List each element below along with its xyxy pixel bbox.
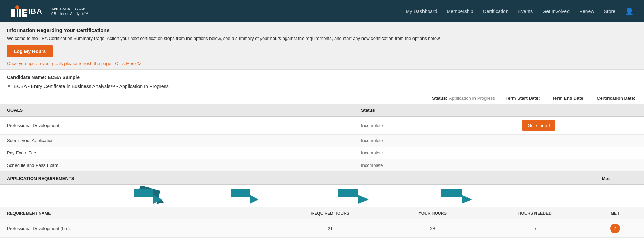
info-section: Information Regarding Your Certification… bbox=[0, 22, 644, 70]
met-label: Met bbox=[602, 176, 610, 181]
svg-rect-1 bbox=[11, 9, 13, 17]
col-action bbox=[515, 104, 644, 117]
req-col-required: REQUIRED HOURS bbox=[279, 207, 381, 219]
user-icon-item[interactable]: 👤 bbox=[625, 7, 634, 15]
term-end-label: Term End Date: bbox=[552, 96, 585, 101]
table-row: Pay Exam FeeIncomplete bbox=[0, 147, 644, 159]
col-goals: GOALS bbox=[0, 104, 354, 117]
arrow-2-icon bbox=[231, 186, 262, 205]
status-bar: Status: Application In Progress Term Sta… bbox=[0, 93, 644, 104]
app-req-header: APPLICATION REQUIREMENTS Met bbox=[0, 172, 644, 185]
req-required-cell: 21 bbox=[279, 222, 381, 235]
req-header-row: REQUIREMENT NAME REQUIRED HOURS YOUR HOU… bbox=[0, 207, 644, 219]
req-data-container: Professional Development (hrs):2128-7✓ bbox=[0, 219, 644, 238]
goal-name: Professional Development bbox=[0, 117, 354, 135]
nav-item-get-involved[interactable]: Get Involved bbox=[542, 9, 570, 14]
goal-action bbox=[515, 147, 644, 159]
goal-name: Schedule and Pass Exam bbox=[0, 159, 354, 172]
goal-name: Submit your Application bbox=[0, 135, 354, 147]
term-end-item: Term End Date: bbox=[552, 96, 586, 101]
logo-tagline: International Institute of Business Anal… bbox=[46, 6, 88, 17]
cert-date-label: Certification Date: bbox=[597, 96, 635, 101]
arrow-3-icon bbox=[338, 186, 372, 205]
req-col-yours: YOUR HOURS bbox=[381, 207, 484, 219]
nav-item-certification[interactable]: Certification bbox=[483, 9, 509, 14]
log-hours-button[interactable]: Log My Hours bbox=[7, 45, 53, 57]
goal-status: Incomplete bbox=[354, 147, 515, 159]
cert-row: ▼ ECBA - Entry Certificate in Business A… bbox=[7, 84, 637, 89]
logo-box: ●IBA International Institute of Business… bbox=[10, 4, 88, 18]
svg-rect-7 bbox=[22, 12, 24, 14]
req-col-met: MET bbox=[586, 207, 644, 219]
goals-header-row: GOALS Status bbox=[0, 104, 644, 117]
goal-status: Incomplete bbox=[354, 159, 515, 172]
goal-action bbox=[515, 159, 644, 172]
get-started-button[interactable]: Get started bbox=[522, 120, 555, 131]
table-row: Professional DevelopmentIncompleteGet st… bbox=[0, 117, 644, 135]
candidate-section: Candidate Name: ECBA Sample ▼ ECBA - Ent… bbox=[0, 70, 644, 93]
req-data-row: Professional Development (hrs):2128-7✓ bbox=[0, 219, 644, 238]
req-col-needed: HOURS NEEDED bbox=[484, 207, 586, 219]
arrows-row bbox=[0, 185, 644, 207]
table-row: Schedule and Pass ExamIncomplete bbox=[0, 159, 644, 172]
table-row: Submit your ApplicationIncomplete bbox=[0, 135, 644, 147]
status-item: Status: Application In Progress bbox=[432, 96, 495, 101]
check-circle-icon: ✓ bbox=[610, 224, 620, 233]
info-heading: Information Regarding Your Certification… bbox=[7, 27, 637, 33]
arrow-1-icon bbox=[134, 186, 165, 205]
goal-status: Incomplete bbox=[354, 135, 515, 147]
goal-action: Get started bbox=[515, 117, 644, 135]
term-start-item: Term Start Date: bbox=[505, 96, 542, 101]
req-col-name: REQUIREMENT NAME bbox=[0, 207, 279, 219]
svg-marker-16 bbox=[441, 189, 472, 204]
candidate-name: Candidate Name: ECBA Sample bbox=[7, 75, 637, 80]
goal-name: Pay Exam Fee bbox=[0, 147, 354, 159]
refresh-icon: ↻ bbox=[137, 61, 141, 66]
refresh-link[interactable]: Once you update your goals please refres… bbox=[7, 61, 637, 66]
req-needed-cell: -7 bbox=[484, 222, 586, 235]
nav-links: My Dashboard Membership Certification Ev… bbox=[406, 7, 634, 15]
app-req-label: APPLICATION REQUIREMENTS bbox=[7, 176, 74, 181]
info-description: Welcome to the IIBA Certification Summar… bbox=[7, 36, 637, 41]
cert-date-item: Certification Date: bbox=[597, 96, 637, 101]
req-name-cell: Professional Development (hrs): bbox=[0, 222, 279, 235]
arrow-4-icon bbox=[441, 186, 476, 205]
logo-area: ●IBA International Institute of Business… bbox=[10, 4, 88, 18]
svg-rect-4 bbox=[19, 9, 21, 17]
nav-item-events[interactable]: Events bbox=[518, 9, 533, 14]
col-status: Status bbox=[354, 104, 515, 117]
goals-table: GOALS Status Professional DevelopmentInc… bbox=[0, 104, 644, 172]
goal-action bbox=[515, 135, 644, 147]
nav-item-store[interactable]: Store bbox=[604, 9, 615, 14]
req-met-cell: ✓ bbox=[586, 219, 644, 237]
svg-marker-14 bbox=[231, 189, 258, 204]
svg-point-0 bbox=[15, 5, 19, 9]
svg-marker-15 bbox=[338, 189, 369, 204]
iiba-logo: ●IBA bbox=[10, 4, 42, 18]
chevron-down-icon: ▼ bbox=[7, 84, 11, 89]
svg-rect-6 bbox=[22, 9, 24, 11]
navbar: ●IBA International Institute of Business… bbox=[0, 0, 644, 22]
user-profile-icon[interactable]: 👤 bbox=[625, 8, 634, 15]
nav-item-membership[interactable]: Membership bbox=[447, 9, 473, 14]
status-label: Status: bbox=[432, 96, 447, 101]
nav-item-dashboard[interactable]: My Dashboard bbox=[406, 9, 437, 14]
term-start-label: Term Start Date: bbox=[505, 96, 540, 101]
cert-label: ECBA - Entry Certificate in Business Ana… bbox=[14, 84, 169, 89]
req-yours-cell: 28 bbox=[381, 222, 484, 235]
refresh-link-text: Once you update your goals please refres… bbox=[7, 61, 136, 66]
status-value: Application In Progress bbox=[449, 96, 495, 101]
svg-rect-2 bbox=[13, 9, 15, 17]
goal-status: Incomplete bbox=[354, 117, 515, 135]
nav-item-renew[interactable]: Renew bbox=[579, 9, 594, 14]
svg-rect-8 bbox=[22, 14, 24, 17]
page-content: Information Regarding Your Certification… bbox=[0, 22, 644, 238]
svg-rect-3 bbox=[17, 9, 18, 17]
